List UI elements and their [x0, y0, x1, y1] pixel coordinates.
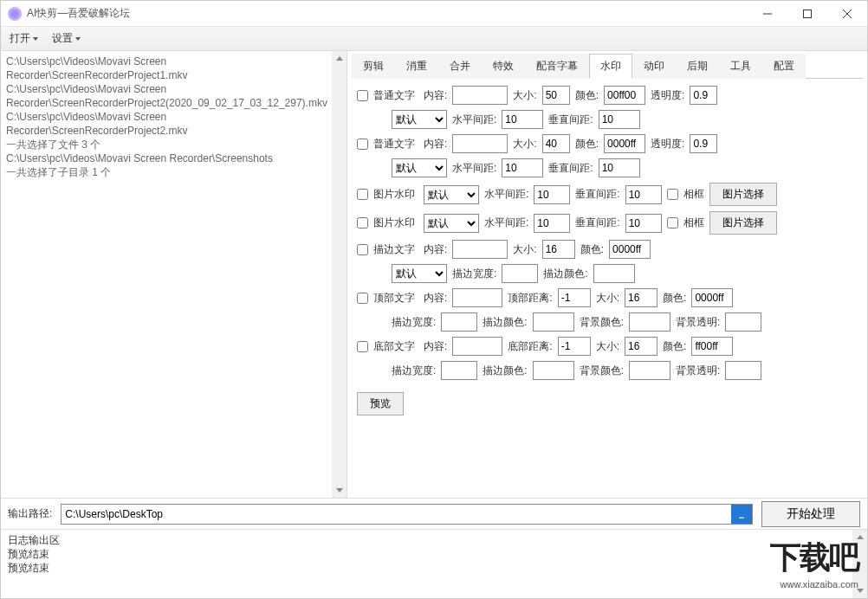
- outline-position-select[interactable]: 默认: [392, 264, 447, 283]
- text2-opacity-input[interactable]: [690, 134, 717, 153]
- top-bgo-input[interactable]: [725, 312, 761, 332]
- file-list-pane: C:\Users\pc\Videos\Movavi Screen Recorde…: [1, 51, 347, 498]
- outline-content-input[interactable]: [452, 240, 508, 259]
- left-scrollbar[interactable]: [332, 51, 347, 498]
- text2-size-input[interactable]: [542, 134, 570, 153]
- start-button[interactable]: 开始处理: [761, 501, 860, 527]
- chevron-down-icon: [75, 37, 81, 41]
- tab-post[interactable]: 后期: [676, 54, 719, 79]
- bottom-bgo-input[interactable]: [725, 361, 761, 380]
- chevron-down-icon: [33, 37, 38, 41]
- img2-checkbox[interactable]: [357, 217, 368, 229]
- bottom-bc-input[interactable]: [533, 361, 574, 380]
- output-path-input[interactable]: [62, 505, 731, 524]
- bottom-bg-input[interactable]: [629, 361, 670, 380]
- img1-position-select[interactable]: 默认: [424, 185, 479, 204]
- top-dist-input[interactable]: [558, 288, 591, 307]
- maximize-button[interactable]: [787, 1, 827, 27]
- img1-vgap-input[interactable]: [625, 185, 662, 204]
- outline-label: 描边文字: [373, 242, 418, 257]
- close-button[interactable]: [827, 1, 867, 27]
- text1-color-input[interactable]: [604, 86, 645, 105]
- top-bc-input[interactable]: [533, 312, 574, 332]
- text2-content-input[interactable]: [452, 134, 508, 153]
- menu-settings[interactable]: 设置: [52, 31, 81, 46]
- output-bar: 输出路径: ... 开始处理: [1, 498, 867, 529]
- tab-remove[interactable]: 消重: [395, 54, 438, 79]
- top-label: 顶部文字: [373, 291, 418, 306]
- text2-position-select[interactable]: 默认: [392, 158, 447, 177]
- text1-checkbox[interactable]: [357, 90, 368, 101]
- img2-label: 图片水印: [373, 216, 418, 230]
- browse-button[interactable]: ...: [731, 505, 752, 524]
- text1-content-input[interactable]: [452, 86, 508, 105]
- top-bg-input[interactable]: [629, 312, 670, 332]
- outline-checkbox[interactable]: [357, 244, 368, 255]
- window-title: AI快剪—吾爱破解论坛: [27, 6, 748, 21]
- text1-opacity-input[interactable]: [690, 86, 717, 105]
- tab-config[interactable]: 配置: [762, 54, 806, 79]
- tab-clip[interactable]: 剪辑: [352, 54, 395, 79]
- text2-color-input[interactable]: [604, 134, 645, 153]
- outline-bc-input[interactable]: [593, 264, 635, 283]
- tab-merge[interactable]: 合并: [438, 54, 482, 79]
- text2-label: 普通文字: [373, 137, 418, 151]
- text1-size-input[interactable]: [542, 86, 570, 105]
- tab-dyn[interactable]: 动印: [632, 54, 676, 79]
- menu-open[interactable]: 打开: [10, 31, 38, 46]
- text1-vgap-input[interactable]: [599, 110, 640, 129]
- bottom-label: 底部文字: [373, 339, 418, 354]
- svg-rect-1: [804, 10, 812, 17]
- tab-dub[interactable]: 配音字幕: [525, 54, 589, 79]
- scroll-down-button[interactable]: [852, 583, 867, 598]
- text1-label: 普通文字: [373, 88, 418, 103]
- file-list[interactable]: C:\Users\pc\Videos\Movavi Screen Recorde…: [1, 51, 332, 498]
- img2-hgap-input[interactable]: [534, 214, 570, 233]
- text1-position-select[interactable]: 默认: [392, 110, 447, 129]
- tab-bar: 剪辑 消重 合并 特效 配音字幕 水印 动印 后期 工具 配置: [352, 53, 863, 79]
- tab-effects[interactable]: 特效: [482, 54, 525, 79]
- img2-position-select[interactable]: 默认: [424, 214, 479, 233]
- bottom-checkbox[interactable]: [357, 341, 368, 352]
- tab-tools[interactable]: 工具: [719, 54, 762, 79]
- img1-frame-checkbox[interactable]: [667, 189, 678, 200]
- top-size-input[interactable]: [625, 288, 657, 307]
- scroll-up-button[interactable]: [852, 530, 867, 544]
- text1-hgap-input[interactable]: [502, 110, 543, 129]
- tab-watermark[interactable]: 水印: [589, 54, 632, 79]
- top-checkbox[interactable]: [357, 293, 368, 304]
- right-panel: 剪辑 消重 合并 特效 配音字幕 水印 动印 后期 工具 配置 普通文字: [347, 51, 867, 498]
- bottom-size-input[interactable]: [625, 337, 657, 356]
- top-content-input[interactable]: [452, 288, 502, 307]
- outline-bw-input[interactable]: [502, 264, 538, 283]
- scroll-down-button[interactable]: [332, 483, 347, 498]
- img1-checkbox[interactable]: [357, 189, 368, 200]
- bottom-color-input[interactable]: [691, 337, 733, 356]
- bottom-content-input[interactable]: [452, 337, 502, 356]
- outline-color-input[interactable]: [609, 240, 651, 259]
- titlebar: AI快剪—吾爱破解论坛: [1, 1, 867, 27]
- img1-label: 图片水印: [373, 187, 418, 202]
- img2-vgap-input[interactable]: [625, 214, 662, 233]
- img1-select-button[interactable]: 图片选择: [709, 183, 777, 206]
- img2-frame-checkbox[interactable]: [667, 217, 678, 229]
- bottom-dist-input[interactable]: [558, 337, 591, 356]
- scroll-up-button[interactable]: [332, 51, 347, 66]
- top-color-input[interactable]: [691, 288, 733, 307]
- log-pane: 日志输出区 预览结束 预览结束: [1, 529, 867, 598]
- log-content[interactable]: 日志输出区 预览结束 预览结束: [1, 530, 852, 598]
- menubar: 打开 设置: [1, 27, 867, 51]
- minimize-button[interactable]: [748, 1, 787, 27]
- outline-size-input[interactable]: [542, 240, 575, 259]
- bottom-bw-input[interactable]: [441, 361, 477, 380]
- app-icon: [8, 7, 22, 21]
- text2-vgap-input[interactable]: [599, 158, 640, 177]
- top-bw-input[interactable]: [441, 312, 477, 332]
- text2-checkbox[interactable]: [357, 138, 368, 150]
- img2-select-button[interactable]: 图片选择: [709, 211, 777, 235]
- log-scrollbar[interactable]: [852, 530, 867, 598]
- text2-hgap-input[interactable]: [502, 158, 543, 177]
- img1-hgap-input[interactable]: [534, 185, 570, 204]
- preview-button[interactable]: 预览: [357, 392, 404, 415]
- watermark-tab-content: 普通文字 内容: 大小: 颜色: 透明度: 默认 水平间距:: [352, 79, 863, 496]
